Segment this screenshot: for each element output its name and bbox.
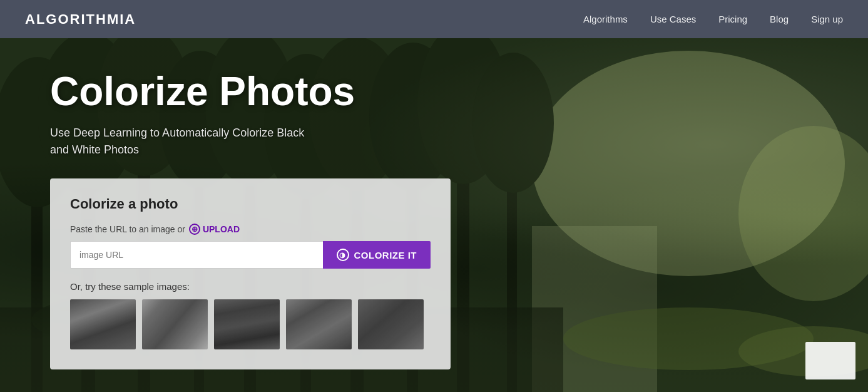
- samples-label: Or, try these sample images:: [70, 281, 431, 292]
- upload-label-row: Paste the URL to an image or ⊕ UPLOAD: [70, 224, 431, 235]
- colorize-button-label: COLORIZE IT: [354, 250, 417, 260]
- sample-image-4[interactable]: [286, 299, 352, 349]
- sample-images-row: [70, 299, 431, 349]
- sample-image-1[interactable]: [70, 299, 136, 349]
- upload-prefix-text: Paste the URL to an image or: [70, 224, 185, 234]
- card-title: Colorize a photo: [70, 196, 431, 212]
- logo: ALGORITHMIA: [25, 11, 136, 28]
- upload-link[interactable]: ⊕ UPLOAD: [189, 224, 240, 235]
- input-row: ◑ COLORIZE IT: [70, 241, 431, 269]
- page-subtitle: Use Deep Learning to Automatically Color…: [50, 125, 313, 158]
- main-nav: Algorithms Use Cases Pricing Blog Sign u…: [583, 14, 843, 24]
- nav-use-cases[interactable]: Use Cases: [650, 14, 696, 24]
- nav-signup[interactable]: Sign up: [811, 14, 843, 24]
- sample-image-2[interactable]: [142, 299, 208, 349]
- nav-pricing[interactable]: Pricing: [718, 14, 747, 24]
- nav-blog[interactable]: Blog: [770, 14, 789, 24]
- upload-label-text: UPLOAD: [203, 224, 240, 234]
- upload-icon: ⊕: [189, 224, 200, 235]
- colorize-card: Colorize a photo Paste the URL to an ima…: [50, 178, 451, 369]
- nav-algorithms[interactable]: Algorithms: [583, 14, 628, 24]
- sample-image-3[interactable]: [214, 299, 280, 349]
- hero-content: Colorize Photos Use Deep Learning to Aut…: [0, 38, 868, 392]
- colorize-icon: ◑: [337, 249, 349, 261]
- hint-box: [805, 342, 855, 379]
- page-title: Colorize Photos: [50, 70, 818, 113]
- hero-section: Colorize Photos Use Deep Learning to Aut…: [0, 38, 868, 392]
- image-url-input[interactable]: [70, 241, 323, 269]
- colorize-button[interactable]: ◑ COLORIZE IT: [323, 241, 431, 269]
- header: ALGORITHMIA Algorithms Use Cases Pricing…: [0, 0, 868, 38]
- sample-image-5[interactable]: [358, 299, 424, 349]
